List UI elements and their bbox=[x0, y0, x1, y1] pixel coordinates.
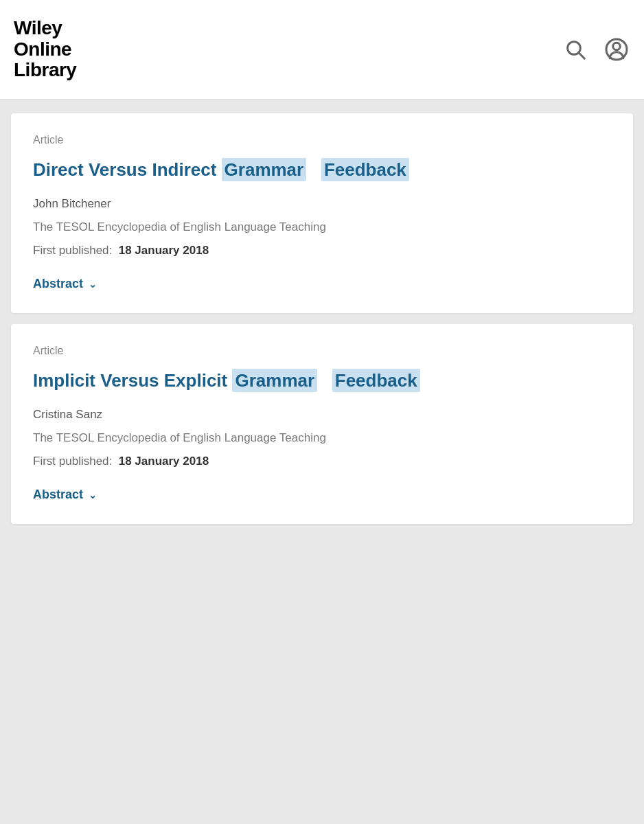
logo-line1: Wiley bbox=[14, 18, 76, 39]
user-icon bbox=[604, 37, 629, 62]
first-published-label-1: First published: bbox=[33, 244, 112, 257]
article-publication-1: The TESOL Encyclopedia of English Langua… bbox=[33, 220, 611, 234]
abstract-label-1: Abstract bbox=[33, 277, 83, 291]
article-card-2: Article Implicit Versus Explicit Grammar… bbox=[11, 324, 633, 524]
site-header: Wiley Online Library bbox=[0, 0, 644, 100]
logo-line3: Library bbox=[14, 60, 76, 81]
article-title-highlight1-2: Grammar bbox=[232, 369, 317, 392]
abstract-toggle-1[interactable]: Abstract ⌄ bbox=[33, 277, 611, 291]
article-title-text-2: Implicit Versus Explicit bbox=[33, 370, 227, 391]
article-author-1: John Bitchener bbox=[33, 197, 611, 211]
site-logo[interactable]: Wiley Online Library bbox=[14, 18, 76, 81]
first-published-date-2: 18 January 2018 bbox=[119, 455, 209, 468]
article-title-highlight2-2: Feedback bbox=[332, 369, 420, 392]
chevron-down-icon-2: ⌄ bbox=[89, 490, 97, 501]
article-publication-2: The TESOL Encyclopedia of English Langua… bbox=[33, 431, 611, 445]
svg-line-1 bbox=[579, 53, 584, 58]
article-type-2: Article bbox=[33, 345, 611, 357]
chevron-down-icon-1: ⌄ bbox=[89, 279, 97, 290]
article-date-1: First published: 18 January 2018 bbox=[33, 244, 611, 258]
article-card-1: Article Direct Versus Indirect Grammar F… bbox=[11, 113, 633, 313]
svg-point-3 bbox=[613, 43, 621, 50]
user-profile-button[interactable] bbox=[603, 36, 630, 63]
abstract-toggle-2[interactable]: Abstract ⌄ bbox=[33, 488, 611, 502]
search-icon bbox=[564, 38, 586, 60]
article-type-1: Article bbox=[33, 134, 611, 146]
article-title-highlight1-1: Grammar bbox=[222, 158, 307, 181]
article-title-highlight2-1: Feedback bbox=[321, 158, 409, 181]
first-published-date-1: 18 January 2018 bbox=[119, 244, 209, 257]
article-date-2: First published: 18 January 2018 bbox=[33, 455, 611, 468]
first-published-label-2: First published: bbox=[33, 455, 112, 468]
article-author-2: Cristina Sanz bbox=[33, 408, 611, 422]
logo-line2: Online bbox=[14, 39, 76, 60]
abstract-label-2: Abstract bbox=[33, 488, 83, 502]
article-title-text-1: Direct Versus Indirect bbox=[33, 159, 216, 180]
article-title-1[interactable]: Direct Versus Indirect Grammar Feedback bbox=[33, 159, 611, 182]
search-button[interactable] bbox=[562, 36, 589, 63]
article-title-2[interactable]: Implicit Versus Explicit Grammar Feedbac… bbox=[33, 369, 611, 393]
main-content: Article Direct Versus Indirect Grammar F… bbox=[0, 100, 644, 538]
header-icons bbox=[562, 36, 630, 63]
